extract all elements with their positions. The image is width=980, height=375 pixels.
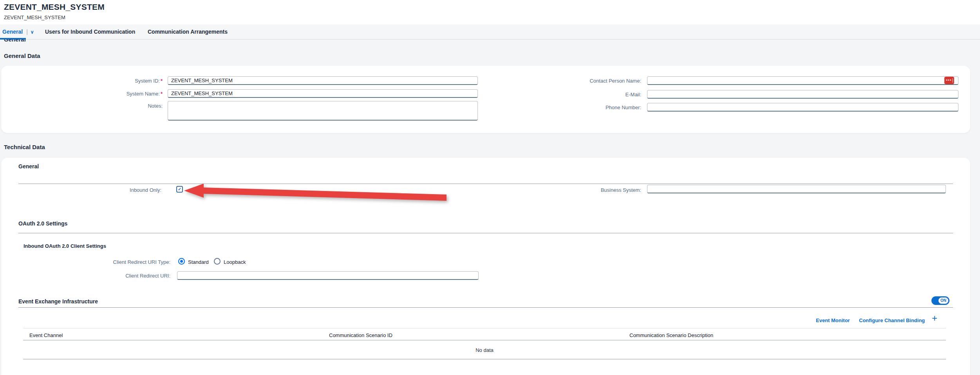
table-header-border [23,340,946,341]
text-cursor [953,78,953,83]
radio-loopback[interactable] [214,258,221,265]
technical-data-card: General Inbound Only: ✓ Business System:… [1,158,970,375]
table-bottom-border [23,359,946,359]
technical-general-heading: General [18,163,39,169]
required-marker: * [161,78,163,84]
inbound-oauth-client-settings-heading: Inbound OAuth 2.0 Client Settings [24,243,106,249]
phone-number-label: Phone Number: [510,105,641,110]
chevron-down-icon[interactable]: ∨ [31,29,34,35]
system-id-label: System ID:* [40,78,163,84]
scrolled-section-heading: General [4,40,26,43]
tab-bar: General|∨ Users for Inbound Communicatio… [0,24,980,40]
communication-system-page: ZEVENT_MESH_SYSTEM ZEVENT_MESH_SYSTEM Ge… [0,0,980,375]
email-input[interactable] [647,90,958,99]
annotation-arrow-icon [182,183,452,206]
tab-separator: | [26,29,28,35]
event-exchange-toggle[interactable]: ON [931,296,949,305]
notes-label: Notes: [40,103,163,109]
table-top-border [23,328,946,328]
tab-general[interactable]: General|∨ [2,24,34,39]
divider [18,184,953,184]
system-name-label: System Name:* [40,91,163,97]
general-data-heading: General Data [4,52,40,59]
column-header-event-channel: Event Channel [29,332,63,338]
configure-channel-binding-link[interactable]: Configure Channel Binding [859,317,925,323]
contact-person-name-input[interactable] [647,76,958,85]
business-system-label: Business System: [510,187,641,193]
business-system-input[interactable] [647,185,946,193]
content-area: General General Data System ID:* System … [0,40,980,375]
toggle-on-label: ON [938,297,949,304]
page-title: ZEVENT_MESH_SYSTEM [4,2,105,12]
system-id-input[interactable] [168,76,478,85]
divider [18,307,953,308]
inbound-only-checkbox[interactable]: ✓ [176,186,183,193]
page-subtitle: ZEVENT_MESH_SYSTEM [4,14,65,20]
contact-person-name-label: Contact Person Name: [510,78,641,84]
required-marker: * [161,91,163,97]
technical-data-heading: Technical Data [4,144,45,150]
tab-users-for-inbound-communication[interactable]: Users for Inbound Communication [45,24,135,39]
client-redirect-uri-type-label: Client Redirect URI Type: [40,259,170,265]
radio-loopback-label[interactable]: Loopback [224,259,246,265]
phone-number-input[interactable] [647,103,958,112]
divider [18,233,953,233]
table-empty-text: No data [23,347,946,353]
system-name-input[interactable] [168,89,478,98]
add-icon[interactable]: + [932,314,937,323]
oauth-settings-heading: OAuth 2.0 Settings [18,220,67,227]
email-label: E-Mail: [510,92,641,97]
notes-textarea[interactable] [168,101,478,121]
event-exchange-infrastructure-heading: Event Exchange Infrastructure [18,298,98,305]
general-data-card: System ID:* System Name:* Notes: Contact… [1,66,970,133]
radio-standard[interactable] [178,258,185,265]
tab-general-label: General [2,29,23,35]
column-header-communication-scenario-id: Communication Scenario ID [329,332,392,338]
value-help-icon[interactable]: ••• [944,77,954,84]
inbound-only-label: Inbound Only: [40,187,161,193]
client-redirect-uri-label: Client Redirect URI: [40,273,170,279]
tab-communication-arrangements[interactable]: Communication Arrangements [148,24,228,39]
client-redirect-uri-input[interactable] [177,271,479,280]
checkmark-icon: ✓ [178,187,181,191]
event-monitor-link[interactable]: Event Monitor [816,317,850,323]
column-header-communication-scenario-description: Communication Scenario Description [629,332,713,338]
radio-standard-label[interactable]: Standard [188,259,209,265]
